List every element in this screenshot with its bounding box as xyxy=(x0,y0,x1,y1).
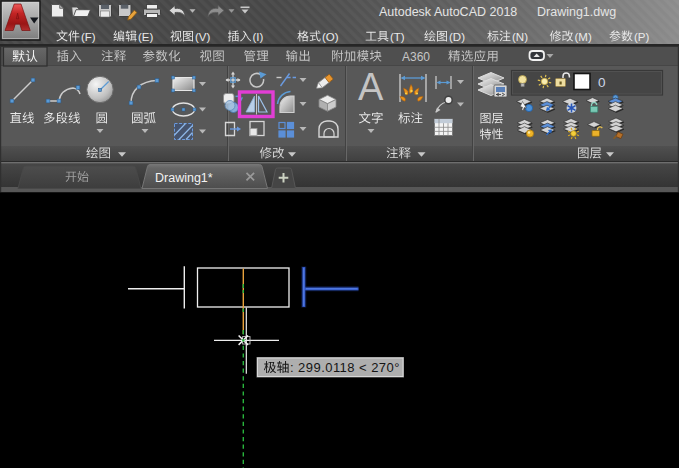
svg-text:Autodesk AutoCAD 2018: Autodesk AutoCAD 2018 xyxy=(379,5,517,19)
svg-text:: 299.0118 < 270°: : 299.0118 < 270° xyxy=(290,360,400,375)
svg-text:0: 0 xyxy=(598,75,606,90)
svg-text:(P): (P) xyxy=(634,31,650,43)
svg-text:(F): (F) xyxy=(81,31,96,43)
svg-text:A: A xyxy=(358,66,384,108)
svg-text:(D): (D) xyxy=(449,31,465,43)
svg-text:(E): (E) xyxy=(138,31,154,43)
svg-text:Drawing1*: Drawing1* xyxy=(155,171,213,185)
svg-text:(O): (O) xyxy=(322,31,339,43)
svg-text:(N): (N) xyxy=(512,31,528,43)
svg-text:A360: A360 xyxy=(402,50,430,64)
svg-text:(T): (T) xyxy=(390,31,405,43)
svg-text:(V): (V) xyxy=(195,31,211,43)
svg-text:(M): (M) xyxy=(575,31,592,43)
svg-text:(I): (I) xyxy=(253,31,264,43)
svg-text:Drawing1.dwg: Drawing1.dwg xyxy=(537,5,616,19)
